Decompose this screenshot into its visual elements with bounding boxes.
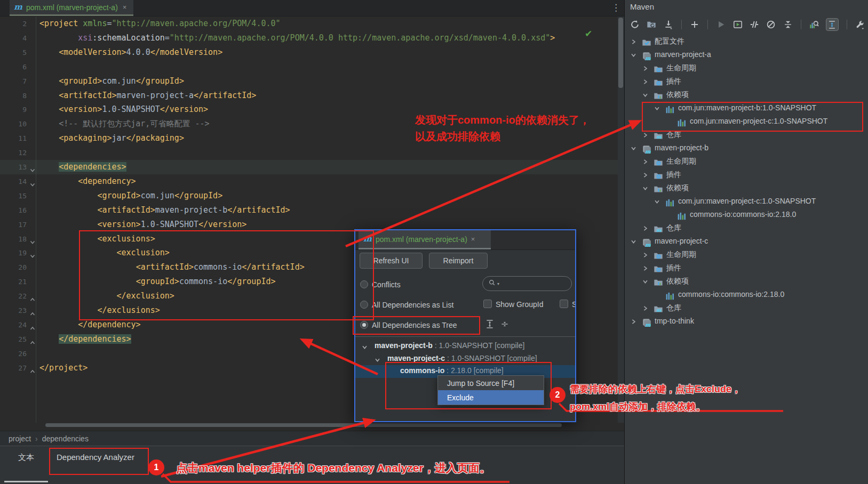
editor-line[interactable]: 13 <dependencies> — [0, 160, 618, 174]
maven-tree-row[interactable]: 生命周期 — [625, 156, 868, 169]
reload-folder-icon[interactable] — [647, 19, 656, 30]
editor-line[interactable]: 14 <dependency> — [0, 174, 618, 189]
chevron-right-icon[interactable] — [642, 251, 648, 260]
maven-tree-row[interactable]: m仓库 — [625, 129, 868, 142]
maven-tree-row[interactable]: commons-io:commons-io:2.18.0 — [625, 209, 868, 222]
inspection-ok-icon[interactable]: ✔ — [585, 28, 592, 39]
chevron-down-icon[interactable] — [642, 91, 648, 100]
add-icon[interactable] — [690, 19, 699, 30]
search-field[interactable]: ▾ — [482, 276, 572, 291]
maven-tree-row[interactable]: 依赖项 — [625, 276, 868, 289]
maven-tree-row[interactable]: com.jun:maven-project-c:1.0-SNAPSHOT — [625, 116, 868, 129]
popup-tab-pom-xml[interactable]: m pom.xml (marven-project-a) × — [359, 230, 491, 249]
fold-marker-icon[interactable] — [29, 336, 36, 342]
chevron-right-icon[interactable] — [631, 318, 636, 326]
chevron-down-icon[interactable] — [642, 184, 648, 193]
chevron-right-icon[interactable] — [642, 264, 648, 273]
chevron-down-icon[interactable] — [362, 343, 368, 352]
chevron-right-icon[interactable] — [631, 38, 636, 46]
maven-tree-row[interactable]: mmaven-project-c — [625, 236, 868, 249]
dependency-analyzer-icon[interactable] — [809, 19, 819, 30]
editor-line[interactable]: 8 <artifactId>marven-project-a</artifact… — [0, 88, 618, 103]
run-icon[interactable] — [716, 19, 726, 30]
expand-all-icon[interactable] — [485, 319, 495, 331]
maven-tree-row[interactable]: m仓库 — [625, 302, 868, 316]
maven-settings-icon[interactable] — [855, 19, 865, 30]
close-icon[interactable]: × — [471, 235, 475, 243]
search-dropdown-caret[interactable]: ▾ — [497, 281, 499, 286]
all-deps-tree-radio-label[interactable]: All Dependencies as Tree — [372, 321, 457, 329]
chevron-down-icon[interactable] — [631, 144, 636, 153]
close-icon[interactable]: × — [123, 3, 127, 11]
sync-icon[interactable] — [630, 19, 640, 30]
maven-tree-row[interactable]: m仓库 — [625, 222, 868, 236]
show-groupid-label[interactable]: Show GroupId — [496, 300, 544, 309]
fold-marker-icon[interactable] — [29, 164, 36, 170]
editor-line[interactable]: 7 <groupId>com.jun</groupId> — [0, 74, 618, 88]
refresh-ui-button[interactable]: Refresh UI — [360, 253, 423, 269]
chevron-down-icon[interactable] — [654, 104, 660, 113]
chevron-right-icon[interactable] — [642, 131, 648, 140]
download-sources-icon[interactable] — [664, 19, 673, 30]
chevron-down-icon[interactable] — [654, 198, 660, 206]
all-deps-tree-radio[interactable] — [360, 321, 368, 329]
reimport-button[interactable]: Reimport — [429, 253, 488, 269]
maven-tree-row[interactable]: 插件 — [625, 262, 868, 276]
chevron-right-icon[interactable] — [642, 158, 648, 166]
chevron-right-icon[interactable] — [642, 171, 648, 180]
breadcrumb-dependencies[interactable]: dependencies — [42, 434, 89, 443]
breadcrumb-project[interactable]: project — [9, 434, 31, 443]
conflicts-radio-label[interactable]: Conflicts — [372, 280, 401, 289]
maven-tree-row[interactable]: 生命周期 — [625, 249, 868, 262]
analyzer-tree-row[interactable]: maven-project-b : 1.0-SNAPSHOT [compile] — [355, 340, 575, 353]
maven-tree-row[interactable]: 生命周期 — [625, 62, 868, 76]
chevron-right-icon[interactable] — [642, 304, 648, 313]
horizontal-scrollbar[interactable] — [45, 423, 562, 427]
editor-line[interactable]: 5 <modelVersion>4.0.0</modelVersion> — [0, 45, 618, 60]
editor-line[interactable]: 4 xsi:schemaLocation="http://maven.apach… — [0, 31, 618, 45]
show-groupid-checkbox[interactable] — [483, 300, 492, 308]
show-checkbox-label[interactable]: Show — [572, 300, 576, 309]
maven-tree-row[interactable]: mtmp-to-think — [625, 316, 868, 329]
editor-line[interactable]: 12 — [0, 146, 618, 160]
fold-marker-icon[interactable] — [29, 293, 36, 299]
menu-item-jump-to-source[interactable]: Jump to Source [F4] — [438, 376, 544, 390]
chevron-down-icon[interactable] — [631, 238, 636, 246]
maven-tree-row[interactable]: 插件 — [625, 169, 868, 182]
toggle-offline-icon[interactable] — [766, 19, 776, 30]
analyzer-tree-row[interactable]: maven-project-c : 1.0-SNAPSHOT [compile] — [355, 353, 575, 366]
collapse-all-icon[interactable] — [783, 19, 792, 30]
chevron-right-icon[interactable] — [642, 224, 648, 233]
chevron-right-icon[interactable] — [642, 64, 648, 73]
chevron-down-icon[interactable] — [375, 356, 380, 365]
editor-line[interactable]: 15 <groupId>com.jun</groupId> — [0, 189, 618, 203]
show-checkbox[interactable] — [560, 300, 568, 308]
maven-tree-row[interactable]: commons-io:commons-io:2.18.0 — [625, 289, 868, 302]
all-deps-list-radio[interactable] — [360, 301, 368, 309]
maven-tree-row[interactable]: mmarven-project-a — [625, 49, 868, 62]
conflicts-radio[interactable] — [360, 280, 368, 288]
collapse-all-icon[interactable] — [500, 319, 509, 331]
editor-line[interactable]: 2<project xmlns="http://maven.apache.org… — [0, 17, 618, 31]
fold-marker-icon[interactable] — [29, 249, 36, 256]
editor-line[interactable]: 16 <artifactId>maven-project-b</artifact… — [0, 203, 618, 217]
maven-tree-row[interactable]: 插件 — [625, 76, 868, 89]
maven-tree-row[interactable]: 依赖项 — [625, 182, 868, 196]
chevron-down-icon[interactable] — [631, 51, 636, 60]
fold-marker-icon[interactable] — [29, 321, 36, 328]
fold-marker-icon[interactable] — [29, 365, 36, 371]
skip-tests-icon[interactable] — [750, 19, 759, 30]
tab-dependency-analyzer[interactable]: Dependency Analyzer — [57, 453, 134, 462]
chevron-right-icon[interactable] — [642, 78, 648, 86]
menu-item-exclude[interactable]: Exclude — [438, 390, 544, 405]
editor-line[interactable]: 6 — [0, 60, 618, 74]
vertical-scrollbar-thumb[interactable] — [618, 18, 623, 88]
maven-tree-row[interactable]: com.jun:maven-project-c:1.0-SNAPSHOT — [625, 196, 868, 209]
fold-marker-icon[interactable] — [29, 236, 36, 242]
maven-tree-row[interactable]: com.jun:maven-project-b:1.0-SNAPSHOT — [625, 102, 868, 116]
maven-tree-row[interactable]: mmaven-project-b — [625, 142, 868, 156]
maven-tree-row[interactable]: 依赖项 — [625, 89, 868, 102]
execute-goal-icon[interactable] — [732, 19, 742, 30]
search-input[interactable] — [500, 279, 561, 288]
fold-marker-icon[interactable] — [29, 178, 36, 184]
